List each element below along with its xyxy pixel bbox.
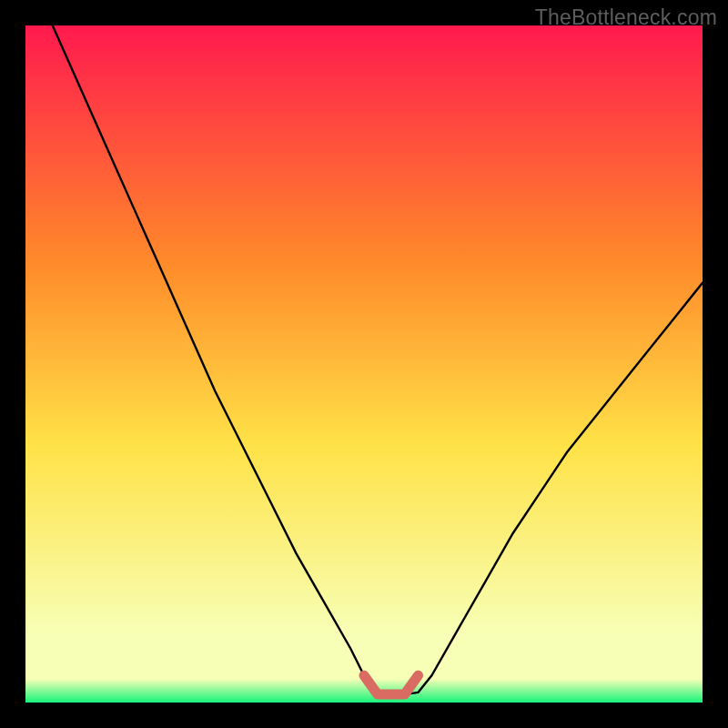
gradient-background [25,25,703,703]
chart-frame: TheBottleneck.com [0,0,728,728]
watermark-text: TheBottleneck.com [535,5,717,30]
bottleneck-chart [25,25,703,703]
